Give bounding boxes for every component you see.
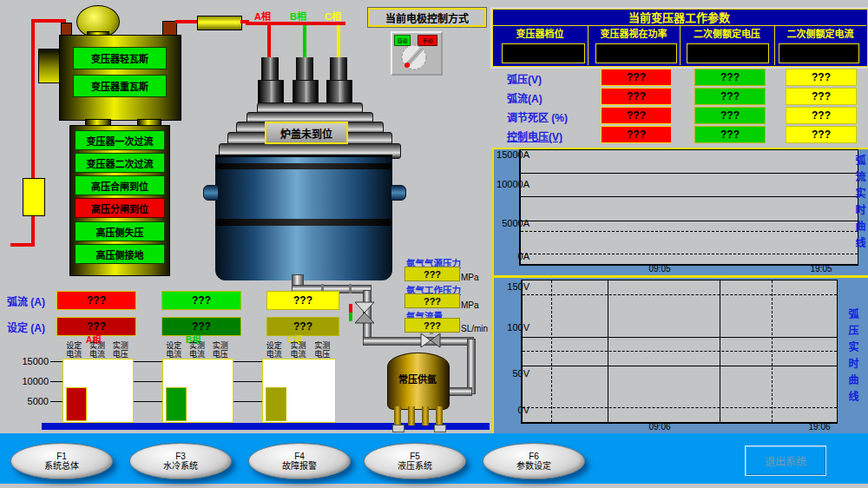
gas-value-text: ??? <box>424 269 441 280</box>
phase-b-label: B相 <box>290 9 306 23</box>
col-header-text: 变压器视在功率 <box>601 26 667 40</box>
col-header-line: 电压 <box>113 350 128 359</box>
control-voltage-label[interactable]: 控制电压(V) <box>507 129 562 143</box>
col-header-current: 二次侧额定电流 <box>774 26 866 40</box>
setpoint-current-bar-a <box>66 387 87 421</box>
readout-value: ??? <box>87 320 106 333</box>
manual-valve-icon[interactable] <box>354 301 375 324</box>
phase-c-label: C相 <box>325 9 341 23</box>
nav-button-parameter-setting[interactable]: F6 参数设定 <box>483 443 585 479</box>
col-header-power: 变压器视在功率 <box>588 26 680 40</box>
furnace-nozzle-right <box>391 185 406 201</box>
bar-panel-a <box>62 359 134 423</box>
indicator-primary-overcurrent: 变压器一次过流 <box>75 130 165 150</box>
tap-value-cell <box>502 43 585 63</box>
arc-current-c-readout: ??? <box>266 291 339 310</box>
setpoint-b-readout: ??? <box>161 317 241 336</box>
deadband-label[interactable]: 调节死区 (%) <box>507 109 568 124</box>
vessel-foot <box>434 425 446 432</box>
arc-voltage-b: ??? <box>694 69 766 86</box>
table-divider <box>680 25 681 65</box>
bar-y-tick: 10000 <box>17 376 49 386</box>
arc-current-b: ??? <box>694 88 766 105</box>
arc-current-row-label: 弧流 (A) <box>7 293 45 308</box>
arc-current-label[interactable]: 弧流(A) <box>507 90 542 105</box>
control-mode-title-text: 当前电极控制方式 <box>385 10 469 25</box>
table-divider <box>774 25 775 65</box>
series-resistor <box>197 16 242 30</box>
col-header-line: 设定 <box>66 341 82 350</box>
indicator-secondary-overcurrent: 变压器二次过流 <box>75 153 165 173</box>
bar-panel-c <box>262 359 336 423</box>
x-tick: 19:05 <box>802 264 840 274</box>
param-value: ??? <box>627 129 646 141</box>
arc-current-trend-title: 弧流实时曲线 <box>852 155 867 254</box>
col-header-line: 实测 <box>189 341 205 350</box>
gridline <box>521 231 858 232</box>
setpoint-current-bar-b <box>166 387 187 421</box>
argon-vessel-label: 常压供氩 <box>387 372 448 386</box>
lid-status-badge: 炉盖未到位 <box>265 122 348 144</box>
arc-voltage-trend-title: 弧压实时曲线 <box>845 308 860 407</box>
indicator-label: 变压器一次过流 <box>87 134 154 148</box>
col-header-line: 电流 <box>66 350 82 359</box>
nav-button-label: 系统总体 <box>44 461 79 472</box>
furnace-nozzle-left <box>203 185 219 201</box>
arc-current-c: ??? <box>786 88 857 105</box>
supply-valve-icon[interactable] <box>420 333 441 348</box>
param-value: ??? <box>627 90 646 102</box>
nav-button-water-cooling[interactable]: F3 水冷系统 <box>129 443 232 479</box>
readout-value: ??? <box>87 294 106 307</box>
fkey-label: F6 <box>529 452 539 461</box>
readout-value: ??? <box>192 294 211 307</box>
mode-selector-knob[interactable] <box>399 43 429 71</box>
indicator-label: 变压器重瓦斯 <box>91 79 148 93</box>
param-value: ??? <box>812 129 831 141</box>
vessel-leg <box>436 406 443 425</box>
arc-voltage-plot-area <box>521 280 838 424</box>
arc-current-a-readout: ??? <box>56 291 136 310</box>
phase-a-drop <box>267 25 271 62</box>
vessel-label-text: 常压供氩 <box>398 372 437 386</box>
indicator-label: 高压侧接地 <box>96 247 144 261</box>
readout-value: ??? <box>192 320 211 333</box>
setpoint-row-label: 设定 (A) <box>7 320 45 334</box>
indicator-light-gas: 变压器轻瓦斯 <box>73 47 167 69</box>
furnace-band <box>215 219 392 226</box>
param-value: ??? <box>720 90 740 102</box>
phase-a-label: A相 <box>254 9 271 23</box>
indicator-label: 高压分闸到位 <box>91 201 148 215</box>
param-value: ??? <box>812 71 831 83</box>
y-tick: 15000A <box>491 149 529 160</box>
params-table-title: 当前变压器工作参数 <box>492 10 866 24</box>
arc-voltage-a: ??? <box>601 69 672 86</box>
param-value: ??? <box>720 109 740 122</box>
gas-value-text: ??? <box>424 320 441 331</box>
col-header-line: 实测 <box>89 341 105 350</box>
bar-col-headers-b: 设定电流 实测电流 实测电压 <box>162 341 232 360</box>
lid-status-text: 炉盖未到位 <box>280 126 332 141</box>
nav-button-hydraulic-system[interactable]: F5 液压系统 <box>364 443 466 479</box>
nav-button-system-overview[interactable]: F1 系统总体 <box>10 443 113 479</box>
y-tick: 10000A <box>491 179 529 189</box>
phase-b-drop <box>303 25 306 62</box>
col-header-line: 实测 <box>113 341 128 350</box>
params-table-title-text: 当前变压器工作参数 <box>628 9 730 25</box>
fkey-label: F1 <box>56 452 67 461</box>
hmi-electrode-control-screen: 变压器轻瓦斯 变压器重瓦斯 变压器一次过流 变压器二次过流 高压合闸到位 高压分… <box>0 0 868 488</box>
col-header-line: 实测 <box>213 341 228 350</box>
furnace-body <box>215 155 392 280</box>
x-tick: 09:05 <box>641 264 679 274</box>
gridline <box>523 351 837 352</box>
gridline <box>521 196 858 197</box>
indicator-label: 高压侧失压 <box>96 225 144 239</box>
nav-button-fault-alarm[interactable]: F4 故障报警 <box>248 443 351 479</box>
exit-system-button[interactable]: 退出系统 <box>745 445 826 476</box>
bar-y-tick: 15000 <box>17 356 49 366</box>
indicator-hv-voltage-loss: 高压侧失压 <box>75 221 165 241</box>
table-divider <box>588 25 589 65</box>
control-mode-title: 当前电极控制方式 <box>368 8 486 27</box>
arc-voltage-label[interactable]: 弧压(V) <box>507 71 542 86</box>
vessel-foot <box>392 425 404 432</box>
valve-indicator <box>349 304 352 321</box>
